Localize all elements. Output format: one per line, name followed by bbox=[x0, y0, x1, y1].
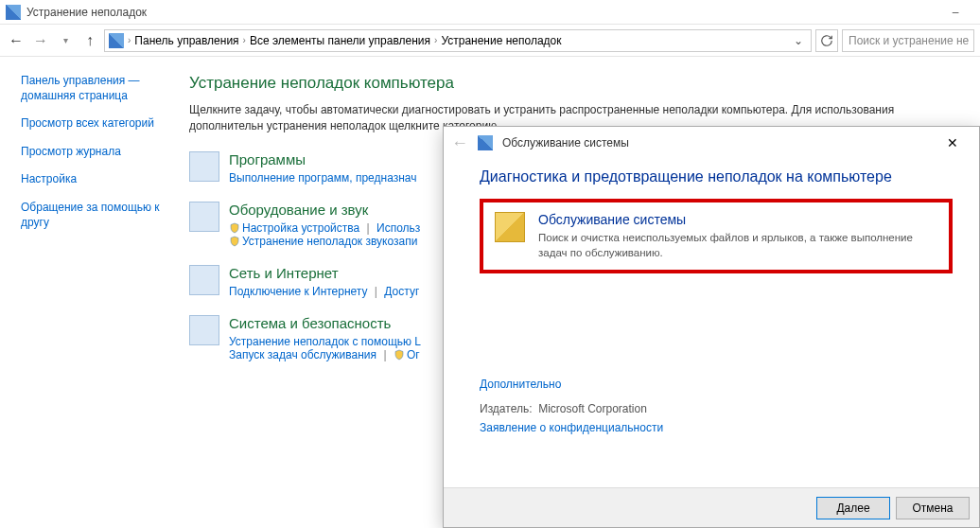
category-link[interactable]: Ог bbox=[407, 348, 420, 361]
crumb-0[interactable]: Панель управления bbox=[134, 34, 238, 47]
dialog-close-button[interactable]: ✕ bbox=[934, 130, 971, 156]
page-heading: Устранение неполадок компьютера bbox=[189, 74, 971, 93]
category-title[interactable]: Система и безопасность bbox=[229, 315, 421, 331]
chevron-right-icon: › bbox=[434, 35, 437, 45]
search-placeholder: Поиск и устранение не bbox=[849, 34, 969, 47]
sidebar-item-all-categories[interactable]: Просмотр всех категорий bbox=[21, 116, 180, 132]
breadcrumb-icon bbox=[109, 33, 124, 48]
recent-dropdown[interactable]: ▾ bbox=[55, 30, 76, 51]
window-title: Устранение неполадок bbox=[26, 6, 936, 19]
sidebar-item-home[interactable]: Панель управления — домашняя страница bbox=[21, 74, 180, 103]
app-icon bbox=[6, 5, 21, 20]
breadcrumb[interactable]: › Панель управления › Все элементы панел… bbox=[104, 29, 812, 52]
category-title[interactable]: Оборудование и звук bbox=[229, 202, 420, 218]
dialog-footer: Далее Отмена bbox=[444, 487, 979, 527]
crumb-2[interactable]: Устранение неполадок bbox=[441, 34, 561, 47]
category-link[interactable]: Подключение к Интернету bbox=[229, 285, 368, 298]
dialog-window-title: Обслуживание системы bbox=[502, 136, 629, 150]
shield-icon bbox=[229, 222, 240, 234]
sidebar-item-history[interactable]: Просмотр журнала bbox=[21, 145, 180, 160]
dialog-titlebar: ← Обслуживание системы ✕ bbox=[444, 127, 979, 159]
category-link[interactable]: Использ bbox=[376, 221, 420, 235]
troubleshooter-item-title: Обслуживание системы bbox=[538, 212, 937, 227]
dialog-back-button[interactable]: ← bbox=[451, 133, 468, 153]
hardware-icon bbox=[189, 202, 219, 232]
refresh-button[interactable] bbox=[815, 29, 838, 52]
advanced-link[interactable]: Дополнительно bbox=[480, 378, 561, 391]
troubleshooter-dialog: ← Обслуживание системы ✕ Диагностика и п… bbox=[443, 126, 980, 528]
category-title[interactable]: Программы bbox=[229, 151, 416, 167]
chevron-right-icon: › bbox=[128, 35, 131, 45]
shield-icon bbox=[394, 349, 405, 361]
shield-icon bbox=[229, 236, 240, 247]
cancel-button[interactable]: Отмена bbox=[896, 497, 970, 519]
next-button[interactable]: Далее bbox=[816, 497, 890, 519]
sidebar: Панель управления — домашняя страница Пр… bbox=[0, 57, 189, 528]
maintenance-icon bbox=[495, 212, 525, 242]
publisher-label: Издатель: bbox=[480, 402, 533, 415]
publisher-row: Издатель: Microsoft Corporation bbox=[480, 402, 953, 415]
category-link[interactable]: Устранение неполадок звукозапи bbox=[242, 235, 417, 248]
privacy-link[interactable]: Заявление о конфиденциальности bbox=[480, 421, 663, 434]
category-link[interactable]: Запуск задач обслуживания bbox=[229, 348, 376, 361]
troubleshooter-item-desc: Поиск и очистка неиспользуемых файлов и … bbox=[538, 231, 937, 260]
chevron-right-icon: › bbox=[243, 35, 246, 45]
network-icon bbox=[189, 265, 219, 295]
category-link[interactable]: Достуг bbox=[384, 285, 419, 298]
category-title[interactable]: Сеть и Интернет bbox=[229, 265, 419, 281]
back-button[interactable]: ← bbox=[6, 30, 26, 51]
up-button[interactable]: ↑ bbox=[79, 30, 100, 51]
category-link[interactable]: Выполнение программ, предназнач bbox=[229, 171, 416, 185]
sidebar-item-help-friend[interactable]: Обращение за помощью к другу bbox=[21, 201, 180, 230]
minimize-button[interactable]: – bbox=[936, 1, 974, 24]
sidebar-item-settings[interactable]: Настройка bbox=[21, 172, 180, 187]
category-link[interactable]: Настройка устройства bbox=[242, 221, 359, 235]
security-icon bbox=[189, 315, 219, 345]
navigation-bar: ← → ▾ ↑ › Панель управления › Все элемен… bbox=[0, 25, 980, 57]
breadcrumb-dropdown[interactable]: ⌄ bbox=[790, 34, 807, 47]
category-link[interactable]: Устранение неполадок с помощью L bbox=[229, 335, 421, 348]
dialog-heading: Диагностика и предотвращение неполадок н… bbox=[480, 168, 953, 185]
window-titlebar: Устранение неполадок – bbox=[0, 0, 980, 25]
troubleshooter-item[interactable]: Обслуживание системы Поиск и очистка неи… bbox=[480, 199, 953, 273]
dialog-body: Диагностика и предотвращение неполадок н… bbox=[444, 159, 979, 487]
dialog-app-icon bbox=[478, 135, 493, 150]
crumb-1[interactable]: Все элементы панели управления bbox=[250, 34, 430, 47]
forward-button[interactable]: → bbox=[30, 30, 51, 51]
publisher-value: Microsoft Corporation bbox=[538, 402, 647, 415]
programs-icon bbox=[189, 151, 219, 182]
search-input[interactable]: Поиск и устранение не bbox=[842, 29, 974, 52]
